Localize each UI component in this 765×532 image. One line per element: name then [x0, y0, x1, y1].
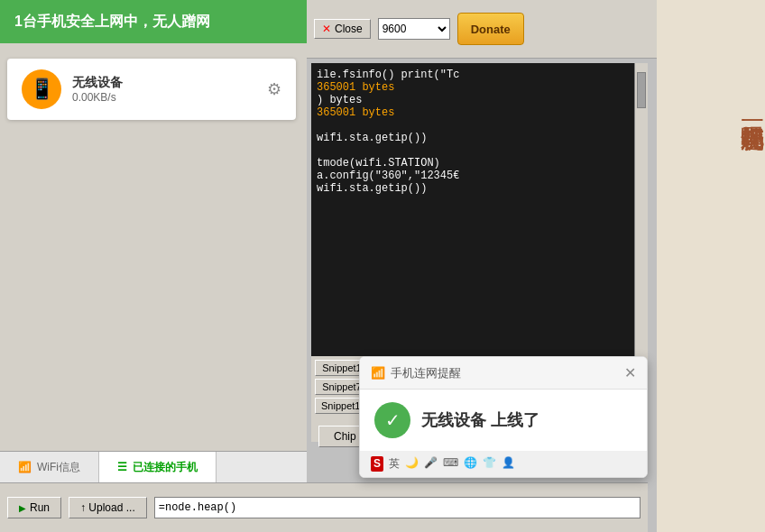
ime-icon-kb: ⌨	[443, 456, 458, 472]
donate-label: Donate	[471, 23, 511, 36]
run-label: Run	[30, 501, 50, 514]
ime-icon-moon: 🌙	[405, 456, 419, 472]
ime-icon-mic: 🎤	[424, 456, 438, 472]
banner-text: 1台手机安全上网中，无人蹭网	[14, 13, 210, 32]
wifi-icon: 📶	[18, 461, 32, 473]
term-line-5	[317, 119, 642, 132]
notification-header: 📶 手机连网提醒 ✕	[360, 357, 647, 390]
upload-icon: ↑	[80, 501, 86, 514]
close-button[interactable]: ✕ Close	[314, 19, 371, 39]
term-line-9: a.config("360","12345€	[317, 170, 642, 182]
close-label: Close	[335, 23, 363, 35]
term-line-1: ile.fsinfo() print("Tc	[317, 69, 642, 81]
ime-icon-en: 英	[389, 456, 400, 472]
notif-header-left: 📶 手机连网提醒	[371, 365, 461, 381]
term-line-7	[317, 144, 642, 157]
top-bar: ✕ Close 9600 115200 57600 38400 Donate	[307, 0, 657, 59]
upload-button[interactable]: ↑ Upload ...	[69, 497, 147, 518]
command-input[interactable]	[154, 497, 641, 518]
notification-text: 无线设备 上线了	[421, 409, 539, 431]
bottom-command-bar: ▶ Run ↑ Upload ...	[0, 482, 648, 532]
upload-label: Upload ...	[88, 501, 134, 514]
notification-close-button[interactable]: ✕	[624, 364, 636, 381]
wifi-notif-icon: 📶	[371, 366, 385, 380]
term-line-4: 365001 bytes	[317, 106, 642, 119]
device-speed: 0.00KB/s	[72, 91, 256, 104]
device-card: 📱 无线设备 0.00KB/s ⚙	[7, 59, 296, 120]
device-icon: 📱	[22, 69, 61, 109]
scrollbar-thumb[interactable]	[637, 72, 646, 108]
run-button[interactable]: ▶ Run	[7, 497, 61, 518]
tab-wifi-info[interactable]: 📶 WiFi信息	[0, 452, 99, 482]
ime-icon-person: 👤	[502, 456, 515, 472]
wifi-banner: 1台手机安全上网中，无人蹭网	[0, 0, 307, 43]
tab-connected-phones[interactable]: ☰ 已连接的手机	[99, 452, 217, 482]
donate-button[interactable]: Donate	[457, 13, 524, 45]
notif-title: 手机连网提醒	[391, 365, 461, 381]
notification-popup: 📶 手机连网提醒 ✕ ✓ 无线设备 上线了 S 英 🌙 🎤 ⌨ 🌐 👕 👤	[359, 356, 648, 478]
term-line-10: wifi.sta.getip())	[317, 182, 642, 195]
play-icon: ▶	[19, 503, 26, 513]
close-icon: ✕	[322, 23, 331, 35]
notification-footer: S 英 🌙 🎤 ⌨ 🌐 👕 👤	[360, 451, 647, 477]
ime-icon-s: S	[371, 456, 383, 472]
baud-rate-select[interactable]: 9600 115200 57600 38400	[378, 18, 450, 40]
notification-body: ✓ 无线设备 上线了	[360, 390, 647, 451]
device-name: 无线设备	[72, 75, 256, 91]
right-decoration: 无烟花一起庆视好吗	[657, 0, 765, 532]
term-line-2: 365001 bytes	[317, 81, 642, 94]
device-info: 无线设备 0.00KB/s	[72, 75, 256, 104]
check-icon: ✓	[374, 402, 410, 438]
bottom-tabs: 📶 WiFi信息 ☰ 已连接的手机	[0, 451, 307, 482]
term-line-3: ) bytes	[317, 94, 642, 106]
term-line-6: wifi.sta.getip())	[317, 132, 642, 144]
phone-icon: 📱	[30, 78, 54, 101]
left-sidebar: 1台手机安全上网中，无人蹭网 📱 无线设备 0.00KB/s ⚙ 📶 WiFi信…	[0, 0, 307, 532]
ime-icon-globe: 🌐	[464, 456, 477, 472]
term-line-8: tmode(wifi.STATION)	[317, 157, 642, 170]
connected-tab-label: 已连接的手机	[133, 460, 198, 475]
wifi-tab-label: WiFi信息	[37, 460, 80, 475]
ime-icon-shirt: 👕	[483, 456, 496, 472]
settings-icon[interactable]: ⚙	[267, 79, 281, 99]
list-icon: ☰	[117, 461, 127, 473]
